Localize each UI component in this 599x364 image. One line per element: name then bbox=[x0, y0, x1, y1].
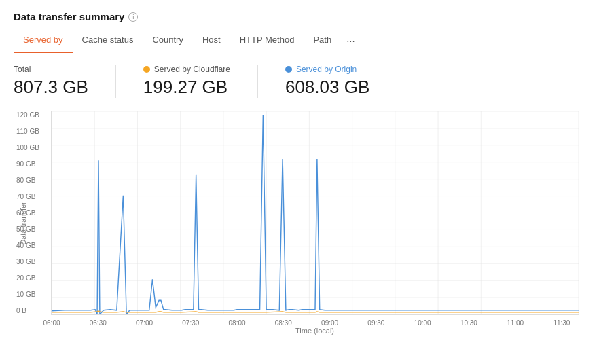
page-title: Data transfer summary i bbox=[14, 11, 585, 22]
stat-cloudflare-value: 199.27 GB bbox=[143, 77, 230, 98]
y-axis-labels: 120 GB 110 GB 100 GB 90 GB 80 GB 70 GB 6… bbox=[16, 111, 39, 314]
stats-row: Total 807.3 GB Served by Cloudflare 199.… bbox=[14, 65, 585, 98]
tab-http-method[interactable]: HTTP Method bbox=[230, 31, 304, 53]
tab-country[interactable]: Country bbox=[143, 31, 193, 53]
cloudflare-dot bbox=[143, 66, 150, 73]
stat-total: Total 807.3 GB bbox=[14, 65, 115, 98]
stat-cloudflare: Served by Cloudflare 199.27 GB bbox=[115, 65, 257, 98]
stat-origin-label: Served by Origin bbox=[285, 65, 369, 74]
chart-svg bbox=[52, 111, 579, 314]
info-icon[interactable]: i bbox=[128, 12, 138, 22]
tab-cache-status[interactable]: Cache status bbox=[73, 31, 143, 53]
more-tabs-button[interactable]: ··· bbox=[341, 31, 361, 52]
stat-origin-value: 608.03 GB bbox=[285, 77, 369, 98]
chart-area: 120 GB 110 GB 100 GB 90 GB 80 GB 70 GB 6… bbox=[51, 111, 579, 315]
origin-line bbox=[52, 115, 579, 314]
chart-container: Data transfer bbox=[14, 111, 585, 335]
stat-origin: Served by Origin 608.03 GB bbox=[257, 65, 397, 98]
cloudflare-line bbox=[52, 311, 579, 312]
tab-served-by[interactable]: Served by bbox=[14, 31, 73, 53]
stat-total-value: 807.3 GB bbox=[14, 77, 88, 98]
x-axis-label: Time (local) bbox=[51, 325, 579, 335]
tab-host[interactable]: Host bbox=[193, 31, 230, 53]
stat-total-label: Total bbox=[14, 65, 88, 74]
tabs-bar: Served by Cache status Country Host HTTP… bbox=[14, 31, 585, 52]
tab-path[interactable]: Path bbox=[304, 31, 341, 53]
origin-dot bbox=[285, 66, 292, 73]
stat-cloudflare-label: Served by Cloudflare bbox=[143, 65, 230, 74]
